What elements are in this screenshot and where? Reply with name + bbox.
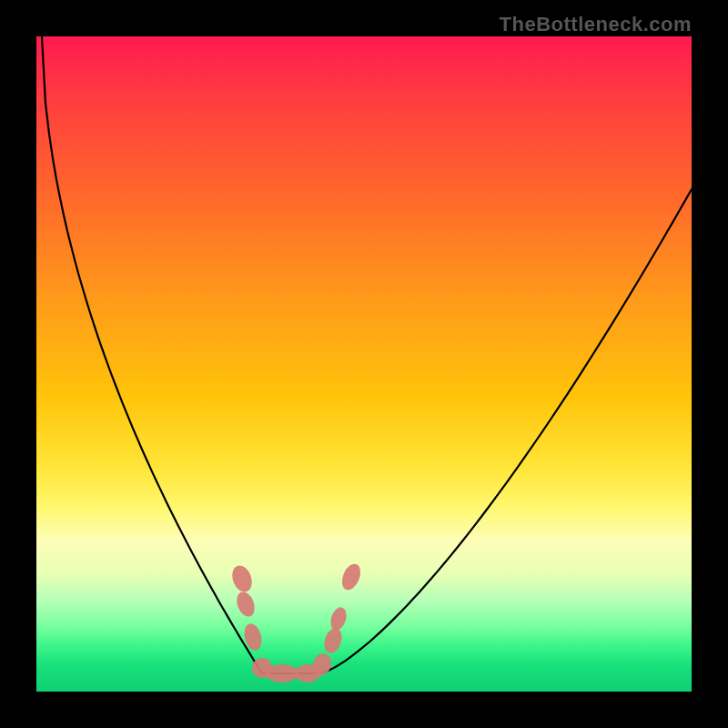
chart-overlay (36, 36, 692, 692)
curve-marker (241, 622, 264, 652)
curve-marker (321, 626, 345, 655)
bottleneck-curve (42, 36, 692, 673)
curve-marker (234, 590, 258, 619)
curve-marker (266, 664, 298, 682)
curve-marker (228, 562, 255, 594)
sample-markers (228, 561, 363, 682)
curve-marker (339, 561, 364, 593)
curve-marker (328, 605, 349, 632)
watermark-text: TheBottleneck.com (500, 13, 692, 36)
